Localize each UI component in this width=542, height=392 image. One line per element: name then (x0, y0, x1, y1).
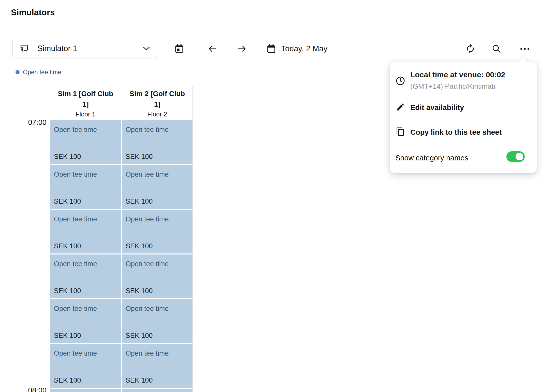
slot-label: Open tee time (126, 126, 169, 134)
column-header-sim-1: Sim 1 [Golf Club 1] Floor 1 (50, 88, 121, 118)
column-subtitle: Floor 1 (54, 110, 117, 118)
more-options-button[interactable] (519, 43, 530, 54)
time-label: 08:00 (22, 386, 47, 392)
menu-item-label: Copy link to this tee sheet (410, 128, 502, 137)
slot-price: SEK 100 (54, 153, 81, 161)
tee-time-slot[interactable]: Open tee timeSEK 100 (50, 344, 121, 388)
simulator-select-label: Simulator 1 (37, 44, 77, 53)
legend-open-tee-time: Open tee time (16, 69, 61, 76)
slot-label: Open tee time (54, 305, 97, 313)
page-title: Simulators (11, 8, 55, 17)
tee-time-slot[interactable]: Open tee timeSEK 100 (50, 165, 121, 209)
slot-price: SEK 100 (54, 332, 81, 340)
refresh-icon (465, 44, 475, 54)
slot-label: Open tee time (54, 171, 97, 178)
date-picker[interactable]: Today, 2 May (267, 43, 327, 54)
chevron-down-icon (143, 46, 150, 51)
more-options-menu: Local time at venue: 00:02 (GMT+14) Paci… (390, 62, 537, 173)
local-time-timezone: (GMT+14) Pacific/Kiritimati (410, 82, 495, 91)
column-subtitle: Floor 2 (126, 110, 189, 118)
next-day-button[interactable] (236, 43, 247, 54)
tee-time-slot[interactable]: Open tee timeSEK 100 (122, 299, 192, 343)
menu-item-edit-availability[interactable]: Edit availability (390, 101, 537, 115)
time-label: 07:00 (22, 118, 47, 127)
grid-line (121, 86, 121, 392)
slot-price: SEK 100 (126, 198, 153, 205)
slot-label: Open tee time (54, 260, 97, 268)
tee-time-slot[interactable]: Open tee timeSEK 100 (122, 344, 192, 388)
copy-icon (396, 127, 405, 136)
slot-price: SEK 100 (54, 287, 81, 295)
slot-label: Open tee time (126, 350, 169, 357)
header-divider (0, 30, 542, 30)
show-category-names-toggle[interactable] (506, 151, 525, 162)
slot-price: SEK 100 (54, 198, 81, 205)
slot-label: Open tee time (54, 215, 97, 223)
toggle-label: Show category names (395, 154, 468, 162)
previous-day-button[interactable] (207, 43, 218, 54)
tee-time-slot[interactable]: Open tee timeSEK 100 (50, 389, 121, 392)
slot-label: Open tee time (126, 260, 169, 268)
refresh-button[interactable] (465, 43, 476, 54)
tee-time-slot[interactable]: Open tee timeSEK 100 (122, 254, 192, 298)
slot-price: SEK 100 (126, 376, 153, 384)
toggle-knob (516, 153, 523, 160)
clock-icon (395, 76, 405, 86)
simulator-icon (20, 44, 28, 53)
slot-price: SEK 100 (126, 332, 153, 340)
date-label: Today, 2 May (281, 44, 327, 53)
simulator-select[interactable]: Simulator 1 (12, 39, 157, 58)
calendar-view-button[interactable] (174, 43, 185, 54)
slot-price: SEK 100 (126, 153, 153, 161)
show-category-names-row: Show category names (390, 151, 537, 163)
column-title: Sim 2 [Golf Club 1] (126, 88, 189, 110)
calendar-today-icon (174, 44, 184, 54)
slot-label: Open tee time (54, 350, 97, 357)
search-icon (491, 44, 502, 54)
slot-price: SEK 100 (54, 376, 81, 384)
tee-time-slot[interactable]: Open tee timeSEK 100 (50, 254, 121, 298)
calendar-icon (267, 44, 276, 54)
column-slots-sim-1: Open tee timeSEK 100Open tee timeSEK 100… (50, 120, 121, 392)
slot-label: Open tee time (126, 215, 169, 223)
ellipsis-icon (520, 48, 529, 50)
tee-time-slot[interactable]: Open tee timeSEK 100 (50, 299, 121, 343)
slot-label: Open tee time (126, 171, 169, 178)
slot-price: SEK 100 (126, 287, 153, 295)
arrow-left-icon (208, 44, 218, 54)
menu-item-label: Edit availability (410, 103, 464, 112)
slot-price: SEK 100 (54, 242, 81, 250)
slot-label: Open tee time (54, 126, 97, 134)
pencil-icon (396, 102, 405, 112)
tee-time-slot[interactable]: Open tee timeSEK 100 (122, 120, 192, 164)
legend-dot (16, 70, 20, 74)
column-slots-sim-2: Open tee timeSEK 100Open tee timeSEK 100… (122, 120, 192, 392)
legend-label: Open tee time (23, 69, 61, 76)
tee-time-slot[interactable]: Open tee timeSEK 100 (122, 165, 192, 209)
arrow-right-icon (237, 44, 247, 54)
column-title: Sim 1 [Golf Club 1] (54, 88, 117, 110)
local-time-title: Local time at venue: 00:02 (410, 70, 505, 79)
slot-price: SEK 100 (126, 242, 153, 250)
menu-item-copy-link[interactable]: Copy link to this tee sheet (390, 126, 537, 139)
grid-line (192, 86, 193, 392)
popover-caret (518, 57, 528, 67)
tee-time-slot[interactable]: Open tee timeSEK 100 (50, 210, 121, 253)
slot-label: Open tee time (126, 305, 169, 313)
search-button[interactable] (491, 43, 502, 54)
tee-time-slot[interactable]: Open tee timeSEK 100 (122, 210, 192, 253)
tee-time-slot[interactable]: Open tee timeSEK 100 (50, 120, 121, 164)
tee-time-slot[interactable]: Open tee timeSEK 100 (122, 389, 192, 392)
column-header-sim-2: Sim 2 [Golf Club 1] Floor 2 (122, 88, 192, 118)
